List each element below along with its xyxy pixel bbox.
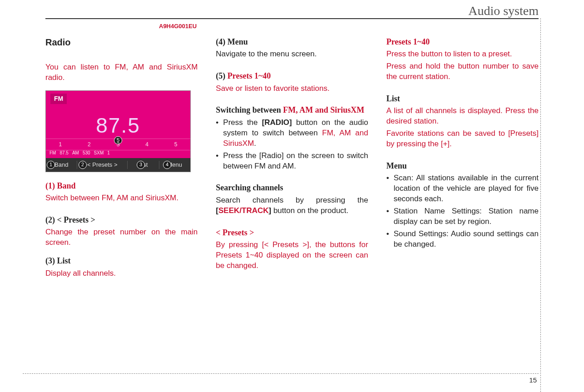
band-fm: FM: [49, 150, 56, 156]
footer-rule: [23, 373, 539, 374]
column-3: Presets 1~40 Press the button to listen …: [386, 36, 539, 281]
band-am-val: 530: [83, 150, 90, 156]
h-list: (3) List: [45, 255, 198, 266]
sw-a: Switching between: [216, 105, 283, 114]
p-searching: Search channels by pressing the [SEEK/TR…: [216, 195, 368, 216]
h-list3: List: [386, 93, 539, 104]
menu-item-scan: Scan: All stations available in the curr…: [386, 173, 539, 204]
column-2: (4) Menu Navigate to the menu screen. (5…: [216, 36, 368, 281]
h-menu3: Menu: [386, 160, 539, 171]
h-presets: (2) < Presets >: [45, 214, 198, 225]
h5b: Presets 1~40: [228, 71, 271, 80]
p-list: Display all channels.: [45, 268, 198, 279]
h-switching: Switching between FM, AM and SiriusXM: [216, 104, 368, 115]
column-1: Radio You can listen to FM, AM and Siriu…: [45, 36, 198, 281]
scpe: button on the product.: [271, 206, 348, 215]
header-title: Audio system: [468, 4, 539, 18]
p-presets140a: Press the button to listen to a preset.: [386, 49, 539, 60]
h-menu4: (4) Menu: [216, 36, 368, 47]
menu-item-sound: Sound Settings: Audio sound settings can…: [386, 229, 539, 250]
band-sxm-val: 1: [107, 150, 110, 156]
band-am: AM: [72, 150, 79, 156]
rs-band-label: FM: [50, 94, 67, 104]
h-presets140: Presets 1~40: [386, 36, 539, 47]
sw1b: [RADIO]: [262, 118, 292, 127]
radio-screenshot: FM 87.5 5 1 2 3 4 5 FM 87.5 AM 530 SXM 1…: [45, 90, 191, 172]
h-band: (1) Band: [45, 180, 198, 191]
preset-1: 1: [59, 141, 62, 148]
p-list3a: A list of all channels is displayed. Pre…: [386, 106, 539, 127]
h-presets5: (5) Presets 1~40: [216, 70, 368, 81]
header-rule: [45, 18, 539, 19]
p-menu4: Navigate to the menu screen.: [216, 49, 368, 60]
rs-preset-row: 1 2 3 4 5: [46, 139, 190, 150]
preset-2: 2: [88, 141, 91, 148]
p-band: Switch between FM, AM and SiriusXM.: [45, 193, 198, 203]
sw1a: Press the: [223, 118, 262, 127]
scpc: SEEK/TRACK: [218, 206, 269, 215]
sw-bullet-2: Press the [Radio] on the screen to switc…: [216, 151, 368, 172]
p-list3b: Favorite stations can be saved to [Prese…: [386, 129, 539, 149]
radio-intro: You can listen to FM, AM and SiriusXM ra…: [45, 62, 198, 83]
band-sxm: SXM: [94, 150, 104, 156]
h5a: (5): [216, 71, 228, 80]
sw1e: .: [254, 139, 256, 148]
callout-3: 3: [137, 161, 145, 169]
switching-bullets: Press the [RADIO] button on the audio sy…: [216, 118, 368, 172]
p-band-text: Switch between FM, AM and SiriusXM.: [45, 194, 178, 202]
radio-title: Radio: [45, 36, 198, 49]
menu-bullets: Scan: All stations available in the curr…: [386, 173, 539, 250]
preset-3: 3: [117, 141, 120, 148]
content-columns: Radio You can listen to FM, AM and Siriu…: [45, 36, 539, 281]
h-searching: Searching channels: [216, 182, 368, 193]
menu-item-station-name: Station Name Settings: Station name disp…: [386, 206, 539, 227]
callout-1: 1: [47, 161, 55, 169]
h-presets-nav: < Presets >: [216, 227, 368, 238]
callout-4: 4: [163, 161, 171, 169]
rs-frequency: 87.5: [46, 111, 190, 139]
p-presets5: Save or listen to favorite stations.: [216, 84, 368, 94]
preset-4: 4: [145, 141, 148, 148]
p-presets-nav: By pressing [< Presets >], the buttons f…: [216, 240, 368, 271]
scpa: Search channels by pressing the: [216, 196, 368, 204]
rs-bands-row: FM 87.5 AM 530 SXM 1: [49, 150, 110, 156]
doc-code: A9H4G001EU: [159, 23, 197, 30]
preset-5: 5: [174, 141, 178, 148]
p-presets140b: Press and hold the button number to save…: [386, 61, 539, 82]
band-fm-val: 87.5: [59, 150, 68, 156]
right-rule: [540, 18, 541, 392]
sw-bullet-1: Press the [RADIO] button on the audio sy…: [216, 118, 368, 149]
page-number: 15: [529, 376, 537, 384]
sw-b: FM, AM and SiriusXM: [283, 105, 364, 114]
p-presets: Change the preset number on the main scr…: [45, 227, 198, 248]
callout-2: 2: [79, 161, 87, 169]
